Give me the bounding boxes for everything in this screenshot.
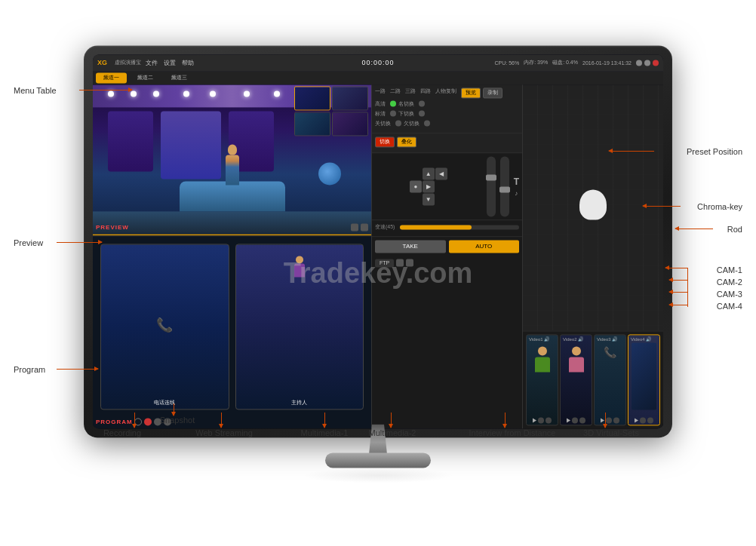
window-controls[interactable] <box>636 60 659 66</box>
arrow-line-recording <box>134 413 135 428</box>
slider-thumb-2[interactable] <box>499 186 510 192</box>
menu-item-file[interactable]: 文件 <box>146 59 158 67</box>
sw-preview-btn[interactable]: 预览 <box>461 87 481 98</box>
text-tool-icon[interactable]: T <box>514 176 519 187</box>
preview-icon-2[interactable] <box>361 223 368 231</box>
sw-indicator-5 <box>395 120 401 126</box>
cam-row-1 <box>294 86 370 110</box>
switcher-row-3: 标清 下切换 <box>375 110 519 118</box>
camera-grid-overlay <box>294 86 370 136</box>
preview-icon-1[interactable] <box>351 223 358 231</box>
cam-bracket-horiz <box>665 268 688 268</box>
cam-thumb-2[interactable] <box>332 86 368 110</box>
cam-2-play-btn[interactable] <box>567 418 570 422</box>
arrow-center[interactable]: ● <box>410 180 422 192</box>
program-record-btn[interactable] <box>144 418 152 425</box>
cam-feed-2-controls <box>561 417 592 423</box>
label-preset-position: Preset Position <box>687 147 742 156</box>
sw-indicator-2 <box>419 100 425 106</box>
sw-hd-label: 高清 <box>375 100 386 108</box>
arrow-line-chroma <box>643 206 681 207</box>
minimize-button[interactable] <box>636 60 642 66</box>
sw-record-btn[interactable]: 录制 <box>483 87 502 98</box>
arrow-left[interactable]: ◀ <box>435 167 447 179</box>
label-cam4: CAM-4 <box>717 302 742 311</box>
cam-person-2-head <box>572 346 581 355</box>
auto-button[interactable]: 叠化 <box>397 136 416 147</box>
cut-button[interactable]: 切换 <box>375 136 395 147</box>
camera-feeds-row: Video1 🔊 <box>523 330 663 428</box>
cam-4-play-btn[interactable] <box>635 418 638 422</box>
label-recording: Recording <box>103 428 141 437</box>
memory-status: 内存: 39% <box>524 59 548 66</box>
arrow-line-multimedia2 <box>391 413 392 428</box>
menu-item-help[interactable]: 帮助 <box>182 59 194 67</box>
cam-2-ctrl-1[interactable] <box>572 417 578 423</box>
extra-btn-2[interactable] <box>406 259 413 266</box>
cam-4-ctrl-2[interactable] <box>647 417 653 423</box>
transition-area: 切换 叠化 <box>372 133 522 153</box>
switcher-row-2: 高清 名切换 <box>375 100 519 108</box>
label-virtual-sets: 3D Virtual-Sets <box>583 428 639 437</box>
cam-1-ctrl-1[interactable] <box>538 417 544 423</box>
studio-globe <box>318 162 341 185</box>
arrow-right[interactable]: ▶ <box>423 180 435 192</box>
cam-thumb-4[interactable] <box>332 112 368 136</box>
studio-person-body <box>226 155 239 185</box>
sw-trans-label: 关切换 <box>375 120 391 127</box>
switcher-area: 一路 二路 三路 四路 人物复制 预览 录制 高清 <box>372 84 522 133</box>
program-thumb-host: 主持人 <box>235 244 364 410</box>
left-panel: PREVIEW 📞 <box>93 84 372 428</box>
arrow-down[interactable]: ▼ <box>423 193 435 205</box>
menu-item-settings[interactable]: 设置 <box>164 59 176 67</box>
label-interview: Interview from Distance <box>469 428 556 437</box>
program-thumb-phone: 📞 电话连线 <box>100 244 229 410</box>
host-head <box>296 256 303 263</box>
arrow-line-preview <box>57 242 102 243</box>
cam-person-1 <box>535 346 550 372</box>
cam-1-play-btn[interactable] <box>533 418 536 422</box>
tab-channel-3[interactable]: 频道三 <box>164 72 195 83</box>
ftp-button[interactable]: FTP <box>375 259 394 267</box>
menu-bar: 文件 设置 帮助 <box>146 59 194 67</box>
cam-3-play-btn[interactable] <box>601 418 604 422</box>
app-logo: XG <box>97 59 107 66</box>
tab-channel-1[interactable]: 频道一 <box>96 72 127 83</box>
screen-content: XG 虚拟演播宝 文件 设置 帮助 00:00:00 CPU: 56% 内存: … <box>93 54 663 428</box>
cam-bracket-horiz4 <box>669 305 688 305</box>
preview-area: PREVIEW <box>93 84 371 235</box>
auto-button-2[interactable]: AUTO <box>449 240 520 253</box>
cam-thumb-3[interactable] <box>294 112 330 136</box>
program-area: 📞 电话连线 主持人 <box>93 235 371 428</box>
volume-slider: 变速(45) <box>375 223 519 231</box>
close-button[interactable] <box>653 60 659 66</box>
cam-thumb-1[interactable] <box>294 86 330 110</box>
middle-panel: 一路 二路 三路 四路 人物复制 预览 录制 高清 <box>372 84 523 428</box>
cam-2-ctrl-2[interactable] <box>579 417 585 423</box>
cam-feed-1: Video1 🔊 <box>526 334 558 425</box>
program-thumbs: 📞 电话连线 主持人 <box>100 244 364 410</box>
cam-row-2 <box>294 112 370 136</box>
cam-4-ctrl-1[interactable] <box>640 417 646 423</box>
cam-bracket-line <box>687 268 688 307</box>
cam-1-ctrl-2[interactable] <box>545 417 552 423</box>
arrow-up[interactable]: ▲ <box>423 167 435 179</box>
maximize-button[interactable] <box>644 60 650 66</box>
studio-light-7 <box>274 90 280 97</box>
tab-bar: 频道一 频道二 频道三 <box>93 71 663 84</box>
take-button[interactable]: TAKE <box>375 240 446 253</box>
volume-fill <box>400 225 472 229</box>
volume-bar[interactable] <box>400 225 519 229</box>
cam-3-ctrl-2[interactable] <box>613 417 619 423</box>
slider-thumb-1[interactable] <box>486 174 496 180</box>
music-icon[interactable]: ♪ <box>515 190 518 197</box>
studio-light-4 <box>183 90 189 97</box>
cam-feed-3-icon: 📞 <box>604 346 616 358</box>
cam-feed-1-label: Video1 🔊 <box>529 336 549 342</box>
cam-thumb-1-inner <box>295 87 330 109</box>
studio-scene <box>93 84 371 234</box>
extra-btn-1[interactable] <box>396 259 404 266</box>
cam-3-ctrl-1[interactable] <box>606 417 612 423</box>
tab-channel-2[interactable]: 频道二 <box>130 72 161 83</box>
studio-floor <box>93 211 371 234</box>
